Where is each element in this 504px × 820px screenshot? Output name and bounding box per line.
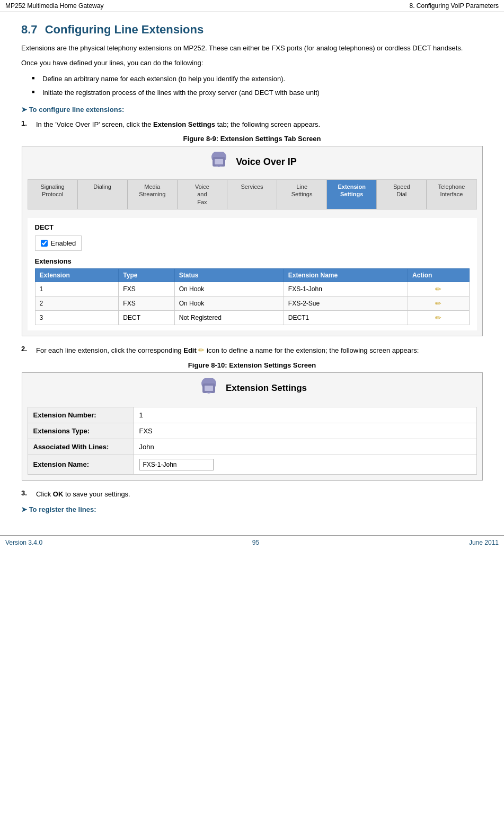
table-row: 1 FXS On Hook FXS-1-John ✏ [35,282,469,296]
ext-settings-icon [197,378,220,398]
figure2-caption: Figure 8-10: Extension Settings Screen [21,361,483,369]
header-right: 8. Configuring VoIP Parameters [409,2,499,10]
table-row: 2 FXS On Hook FXS-2-Sue ✏ [35,296,469,310]
figure1-caption: Figure 8-9: Extension Settings Tab Scree… [21,135,483,143]
screenshot-ext-settings: Extension Settings Extension Number: 1 E… [22,372,483,481]
enabled-checkbox[interactable] [41,240,48,247]
footer-right: June 2011 [469,539,499,546]
tab-telephone-interface[interactable]: TelephoneInterface [427,180,476,209]
procedure1-heading: ➤ To configure line extensions: [21,104,483,115]
cell-action[interactable]: ✏ [408,296,469,310]
extension-name-input[interactable] [139,459,214,470]
footer-center: 95 [252,539,259,546]
tab-media-streaming[interactable]: MediaStreaming [128,180,178,209]
step1-text: In the 'Voice Over IP' screen, click the… [36,119,483,130]
settings-label: Associated With Lines: [28,439,134,455]
col-status: Status [174,268,284,282]
settings-label: Extension Name: [28,455,134,474]
page-content: 8.7 Configuring Line Extensions Extensio… [0,18,504,530]
ext-settings-title: Extension Settings [226,383,307,394]
cell-status: On Hook [174,282,284,296]
ext-settings-header: Extension Settings [28,378,477,398]
tab-line-settings[interactable]: LineSettings [277,180,327,209]
cell-action[interactable]: ✏ [408,310,469,325]
dect-section-title: DECT [35,223,470,231]
step1-num: 1. [21,119,32,130]
edit-icon[interactable]: ✏ [435,285,441,293]
voip-phone-icon [207,152,231,172]
page-header: MP252 Multimedia Home Gateway 8. Configu… [0,0,504,12]
edit-icon[interactable]: ✏ [435,299,441,308]
page-footer: Version 3.4.0 95 June 2011 [0,535,504,549]
screenshot-voip: Voice Over IP SignalingProtocol Dialing … [22,146,483,336]
settings-value: FXS [134,423,476,439]
cell-ext: 3 [35,310,119,325]
step3-text: Click OK to save your settings. [36,489,483,500]
section-title: Configuring Line Extensions [45,23,204,36]
svg-rect-2 [215,159,223,164]
edit-icon[interactable]: ✏ [435,313,441,322]
settings-value: John [134,439,476,455]
col-extension-name: Extension Name [284,268,408,282]
bullet-list: Define an arbitrary name for each extens… [32,72,483,99]
step3-num: 3. [21,489,32,500]
settings-label: Extension Number: [28,407,134,423]
settings-row: Associated With Lines: John [28,439,476,455]
header-left: MP252 Multimedia Home Gateway [5,2,103,10]
settings-table: Extension Number: 1 Extensions Type: FXS… [28,407,477,475]
cell-ext-name: DECT1 [284,310,408,325]
cell-type: FXS [119,282,174,296]
voip-header: Voice Over IP [28,152,477,172]
bullet-item-1: Define an arbitrary name for each extens… [32,72,483,86]
extensions-title: Extensions [35,257,470,265]
procedure2-heading: ➤ To register the lines: [21,504,483,515]
cell-ext-name: FXS-2-Sue [284,296,408,310]
voip-title: Voice Over IP [236,156,297,168]
intro-para1: Extensions are the physical telephony ex… [21,43,483,54]
tab-signaling-protocol[interactable]: SignalingProtocol [28,180,78,209]
enabled-label: Enabled [51,239,76,247]
cell-status: On Hook [174,296,284,310]
step2-text: For each line extension, click the corre… [36,345,483,356]
bullet-item-2: Initiate the registration process of the… [32,86,483,100]
checkbox-row: Enabled [35,235,82,251]
arrow-prefix2: ➤ [21,505,29,513]
settings-value [134,455,476,474]
cell-ext-name: FXS-1-John [284,282,408,296]
section-number: 8.7 [21,23,38,36]
table-row: 3 DECT Not Registered DECT1 ✏ [35,310,469,325]
cell-type: DECT [119,310,174,325]
cell-ext: 2 [35,296,119,310]
cell-ext: 1 [35,282,119,296]
col-type: Type [119,268,174,282]
settings-row: Extension Number: 1 [28,407,476,423]
settings-row: Extension Name: [28,455,476,474]
step-1: 1. In the 'Voice Over IP' screen, click … [21,119,483,130]
settings-label: Extensions Type: [28,423,134,439]
extensions-table: Extension Type Status Extension Name Act… [35,268,470,325]
screen-inner: DECT Enabled Extensions Extension Type S… [28,218,477,330]
cell-action[interactable]: ✏ [408,282,469,296]
col-action: Action [408,268,469,282]
svg-rect-5 [205,386,213,391]
cell-status: Not Registered [174,310,284,325]
step-2: 2. For each line extension, click the co… [21,345,483,356]
footer-left: Version 3.4.0 [5,539,42,546]
tab-extension-settings[interactable]: ExtensionSettings [327,180,377,209]
tab-voice-fax[interactable]: VoiceandFax [178,180,227,209]
cell-type: FXS [119,296,174,310]
section-heading: 8.7 Configuring Line Extensions [21,23,483,37]
intro-para2: Once you have defined your lines, you ca… [21,58,483,68]
tab-bar: SignalingProtocol Dialing MediaStreaming… [28,179,477,210]
col-extension: Extension [35,268,119,282]
step-3: 3. Click OK to save your settings. [21,489,483,500]
settings-row: Extensions Type: FXS [28,423,476,439]
arrow-prefix: ➤ [21,106,29,114]
settings-value: 1 [134,407,476,423]
tab-dialing[interactable]: Dialing [78,180,128,209]
step2-num: 2. [21,345,32,356]
tab-speed-dial[interactable]: SpeedDial [377,180,427,209]
tab-services[interactable]: Services [227,180,277,209]
